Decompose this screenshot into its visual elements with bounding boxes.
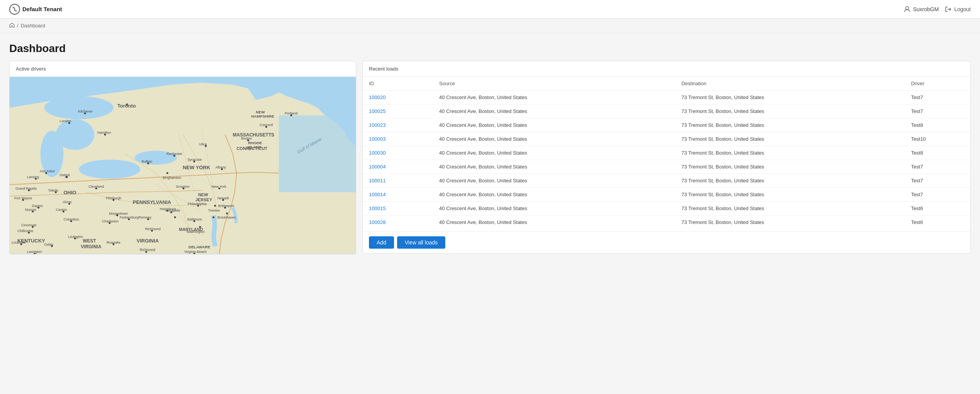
svg-text:Canton: Canton: [56, 208, 67, 212]
svg-text:MASSACHUSETTS: MASSACHUSETTS: [233, 132, 274, 138]
svg-text:Utica: Utica: [199, 142, 207, 146]
cell-id: 100014: [363, 188, 433, 202]
svg-text:Virginia Beach: Virginia Beach: [184, 250, 207, 254]
svg-point-63: [199, 226, 201, 228]
svg-text:VIRGINIA: VIRGINIA: [136, 238, 159, 244]
col-id: ID: [363, 77, 433, 91]
load-link[interactable]: 100014: [369, 192, 386, 197]
svg-text:Portland: Portland: [285, 111, 297, 115]
svg-text:Dayton: Dayton: [32, 204, 43, 208]
cell-source: 40 Crescent Ave, Boston, United States: [433, 216, 675, 229]
app-title: Default Tenant: [22, 6, 62, 12]
load-link[interactable]: 100025: [369, 108, 386, 114]
svg-text:WEST: WEST: [83, 238, 96, 244]
cell-id: 100025: [363, 104, 433, 118]
svg-text:PENNSYLVANIA: PENNSYLVANIA: [133, 199, 171, 205]
logout-button[interactable]: Logout: [945, 6, 971, 13]
svg-text:Morgantown: Morgantown: [109, 212, 128, 216]
cell-source: 40 Crescent Ave, Boston, United States: [433, 202, 675, 216]
breadcrumb: / Dashboard: [0, 19, 980, 33]
cell-driver: Test8: [905, 146, 970, 160]
svg-text:Harrisburg: Harrisburg: [160, 207, 176, 211]
svg-rect-10: [279, 115, 356, 192]
svg-point-5: [79, 160, 141, 179]
svg-text:Louisville: Louisville: [12, 241, 26, 244]
view-all-loads-button[interactable]: View all loads: [397, 236, 445, 249]
logout-icon: [945, 6, 952, 13]
svg-text:Baltimore: Baltimore: [187, 217, 202, 221]
svg-text:HAMPSHIRE: HAMPSHIRE: [251, 114, 274, 118]
cell-destination: 73 Tremont St, Boston, United States: [675, 160, 905, 174]
table-row: 100011 40 Crescent Ave, Boston, United S…: [363, 174, 970, 188]
map-panel-header: Active drivers: [10, 61, 356, 77]
svg-text:Romney: Romney: [138, 216, 152, 219]
load-link[interactable]: 100020: [369, 94, 386, 100]
table-row: 100020 40 Crescent Ave, Boston, United S…: [363, 91, 970, 104]
cell-destination: 73 Tremont St, Boston, United States: [675, 146, 905, 160]
svg-point-65: [174, 216, 176, 218]
cell-destination: 73 Tremont St, Boston, United States: [675, 188, 905, 202]
user-icon: [904, 6, 911, 13]
svg-text:Roanoke: Roanoke: [106, 241, 120, 244]
svg-text:Albany: Albany: [216, 165, 226, 169]
loads-panel: Recent loads ID Source Destination Drive…: [362, 61, 971, 254]
cell-destination: 73 Tremont St, Boston, United States: [675, 202, 905, 216]
cell-driver: Test6: [905, 202, 970, 216]
svg-text:NEW: NEW: [256, 110, 265, 114]
svg-text:Cincinnati: Cincinnati: [21, 223, 36, 227]
cell-id: 100030: [363, 146, 433, 160]
svg-text:Fort Wayne: Fort Wayne: [14, 196, 32, 200]
svg-text:Binghamton: Binghamton: [163, 176, 181, 180]
svg-text:ISLAND: ISLAND: [248, 145, 262, 149]
svg-text:Washington: Washington: [187, 230, 205, 234]
svg-text:New York: New York: [212, 185, 226, 189]
app-logo: Default Tenant: [9, 4, 62, 15]
cell-driver: Test10: [905, 132, 970, 146]
svg-text:NEW YORK: NEW YORK: [183, 165, 210, 170]
cell-source: 40 Crescent Ave, Boston, United States: [433, 132, 675, 146]
load-link[interactable]: 100011: [369, 178, 386, 184]
svg-text:Lansing: Lansing: [27, 175, 39, 179]
load-link[interactable]: 100030: [369, 150, 386, 156]
col-destination: Destination: [675, 77, 905, 91]
svg-point-94: [226, 212, 228, 214]
cell-destination: 73 Tremont St, Boston, United States: [675, 91, 905, 104]
svg-text:Boston: Boston: [241, 136, 252, 140]
table-head: ID Source Destination Driver: [363, 77, 970, 91]
load-link[interactable]: 100023: [369, 122, 386, 128]
logout-label: Logout: [954, 6, 971, 12]
cell-source: 40 Crescent Ave, Boston, United States: [433, 118, 675, 132]
add-button[interactable]: Add: [369, 236, 394, 249]
svg-text:VIRGINIA: VIRGINIA: [81, 244, 102, 249]
load-link[interactable]: 100028: [369, 219, 386, 225]
cell-id: 100020: [363, 91, 433, 104]
cell-driver: Test8: [905, 118, 970, 132]
cell-destination: 73 Tremont St, Boston, United States: [675, 118, 905, 132]
svg-text:OHIO: OHIO: [64, 190, 76, 195]
svg-text:Richmond: Richmond: [140, 248, 155, 252]
col-source: Source: [433, 77, 675, 91]
cell-source: 40 Crescent Ave, Boston, United States: [433, 91, 675, 104]
svg-point-124: [167, 172, 168, 174]
svg-text:Pittsburgh: Pittsburgh: [106, 196, 121, 200]
logo-icon: [9, 4, 20, 15]
col-driver: Driver: [905, 77, 970, 91]
loads-table: ID Source Destination Driver 100020 40 C…: [363, 77, 970, 229]
map-panel: Active drivers: [9, 61, 356, 254]
table-body: 100020 40 Crescent Ave, Boston, United S…: [363, 91, 970, 229]
table-row: 100014 40 Crescent Ave, Boston, United S…: [363, 188, 970, 202]
svg-point-8: [56, 119, 94, 150]
svg-text:Akron: Akron: [63, 200, 72, 204]
table-row: 100028 40 Crescent Ave, Boston, United S…: [363, 216, 970, 229]
svg-point-1: [906, 7, 909, 10]
svg-point-33: [126, 103, 128, 106]
svg-point-9: [44, 96, 114, 119]
load-link[interactable]: 100003: [369, 136, 386, 142]
load-link[interactable]: 100004: [369, 164, 386, 170]
cell-source: 40 Crescent Ave, Boston, United States: [433, 174, 675, 188]
table-row: 100015 40 Crescent Ave, Boston, United S…: [363, 202, 970, 216]
map-container[interactable]: OHIO PENNSYLVANIA WEST VIRGINIA VIRGINIA…: [10, 77, 356, 254]
load-link[interactable]: 100015: [369, 205, 386, 211]
username-label: SuxrobGM: [913, 6, 939, 12]
table-row: 100030 40 Crescent Ave, Boston, United S…: [363, 146, 970, 160]
